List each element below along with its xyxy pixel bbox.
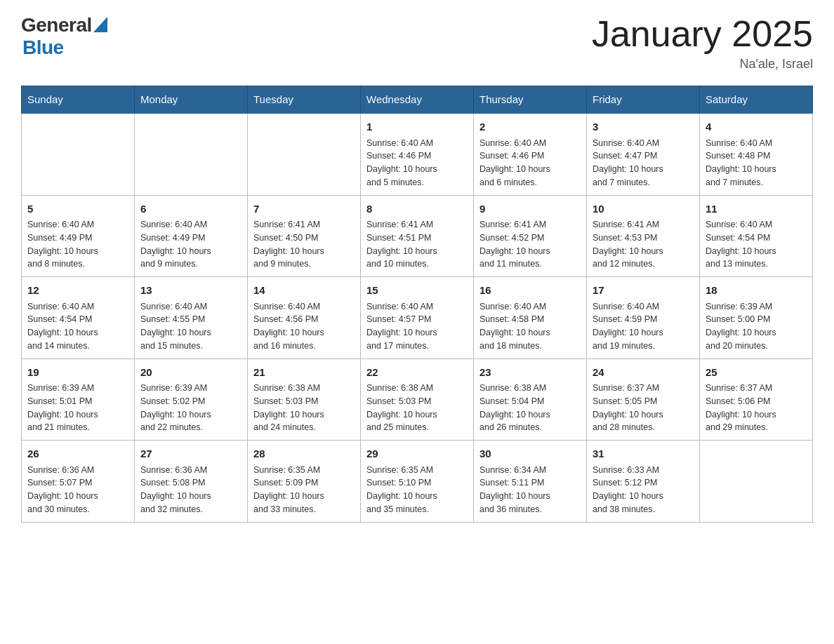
day-info-line: Sunrise: 6:35 AM xyxy=(366,464,468,477)
col-header-friday: Friday xyxy=(587,86,700,114)
day-info-line: Daylight: 10 hours xyxy=(593,245,694,258)
day-info-line: Sunset: 5:07 PM xyxy=(27,476,128,490)
day-info-line: and 6 minutes. xyxy=(479,176,581,189)
col-header-sunday: Sunday xyxy=(22,86,135,114)
day-info-line: Sunrise: 6:40 AM xyxy=(479,137,581,150)
day-info-line: Daylight: 10 hours xyxy=(479,490,581,503)
calendar-cell: 11Sunrise: 6:40 AMSunset: 4:54 PMDayligh… xyxy=(700,195,813,277)
day-info-line: Sunset: 5:09 PM xyxy=(253,476,355,490)
day-number: 1 xyxy=(366,119,468,135)
day-info-line: Sunset: 4:47 PM xyxy=(593,149,694,163)
day-info-line: Sunrise: 6:40 AM xyxy=(27,218,128,232)
calendar-cell: 6Sunrise: 6:40 AMSunset: 4:49 PMDaylight… xyxy=(135,195,248,277)
day-info-line: Daylight: 10 hours xyxy=(140,408,241,422)
calendar-cell xyxy=(135,113,248,195)
day-info-line: and 36 minutes. xyxy=(479,503,581,516)
day-info-line: and 5 minutes. xyxy=(366,176,468,189)
svg-marker-0 xyxy=(93,17,107,32)
day-info-line: Daylight: 10 hours xyxy=(593,408,694,422)
day-info-line: Daylight: 10 hours xyxy=(253,408,355,422)
day-info-line: Sunset: 5:03 PM xyxy=(253,395,355,408)
day-info-line: Sunset: 4:48 PM xyxy=(706,149,807,163)
day-info-line: Sunset: 4:56 PM xyxy=(253,313,355,326)
calendar-cell xyxy=(248,113,361,195)
day-info-line: and 33 minutes. xyxy=(253,503,355,516)
day-info-line: Sunset: 4:50 PM xyxy=(253,232,355,245)
day-info-line: Sunset: 4:46 PM xyxy=(366,149,468,163)
calendar-cell: 5Sunrise: 6:40 AMSunset: 4:49 PMDaylight… xyxy=(22,195,135,277)
day-number: 29 xyxy=(366,446,468,462)
day-info-line: Sunrise: 6:40 AM xyxy=(366,137,468,150)
title-block: January 2025 Na'ale, Israel xyxy=(592,14,813,72)
day-info-line: Daylight: 10 hours xyxy=(366,245,468,258)
day-number: 4 xyxy=(706,119,807,135)
day-info-line: Sunset: 5:08 PM xyxy=(140,476,241,490)
day-info-line: Daylight: 10 hours xyxy=(27,490,128,503)
calendar-cell: 7Sunrise: 6:41 AMSunset: 4:50 PMDaylight… xyxy=(248,195,361,277)
day-number: 13 xyxy=(140,283,241,299)
day-number: 15 xyxy=(366,283,468,299)
day-info-line: Sunrise: 6:40 AM xyxy=(140,300,241,314)
day-info-line: and 38 minutes. xyxy=(593,503,694,516)
col-header-monday: Monday xyxy=(135,86,248,114)
day-info-line: Daylight: 10 hours xyxy=(706,326,807,340)
day-info-line: Sunset: 5:04 PM xyxy=(479,395,581,408)
day-info-line: and 12 minutes. xyxy=(593,257,694,271)
calendar-cell: 8Sunrise: 6:41 AMSunset: 4:51 PMDaylight… xyxy=(361,195,474,277)
day-number: 9 xyxy=(479,201,581,217)
day-info-line: Sunset: 5:01 PM xyxy=(27,395,128,408)
calendar-week-row: 19Sunrise: 6:39 AMSunset: 5:01 PMDayligh… xyxy=(22,358,813,441)
day-info-line: and 8 minutes. xyxy=(27,257,128,271)
calendar-cell: 15Sunrise: 6:40 AMSunset: 4:57 PMDayligh… xyxy=(361,277,474,359)
calendar-cell: 24Sunrise: 6:37 AMSunset: 5:05 PMDayligh… xyxy=(587,358,700,441)
day-info-line: Sunrise: 6:40 AM xyxy=(593,300,694,314)
day-info-line: Daylight: 10 hours xyxy=(366,408,468,422)
day-info-line: Sunset: 5:12 PM xyxy=(593,476,694,490)
day-info-line: Sunrise: 6:33 AM xyxy=(593,464,694,477)
calendar-cell: 21Sunrise: 6:38 AMSunset: 5:03 PMDayligh… xyxy=(248,358,361,441)
calendar-cell: 28Sunrise: 6:35 AMSunset: 5:09 PMDayligh… xyxy=(248,441,361,523)
header: General Blue January 2025 Na'ale, Israel xyxy=(21,14,813,72)
day-info-line: Sunrise: 6:40 AM xyxy=(593,137,694,150)
day-info-line: Daylight: 10 hours xyxy=(593,163,694,176)
calendar-cell: 22Sunrise: 6:38 AMSunset: 5:03 PMDayligh… xyxy=(361,358,474,441)
day-info-line: Sunset: 4:49 PM xyxy=(140,232,241,245)
day-info-line: Daylight: 10 hours xyxy=(593,326,694,340)
day-info-line: and 24 minutes. xyxy=(253,421,355,434)
day-number: 14 xyxy=(253,283,355,299)
day-info-line: Daylight: 10 hours xyxy=(366,326,468,340)
day-info-line: Sunset: 4:51 PM xyxy=(366,232,468,245)
calendar-cell: 31Sunrise: 6:33 AMSunset: 5:12 PMDayligh… xyxy=(587,441,700,523)
day-info-line: Sunrise: 6:36 AM xyxy=(140,464,241,477)
day-number: 26 xyxy=(27,446,128,462)
calendar-cell: 16Sunrise: 6:40 AMSunset: 4:58 PMDayligh… xyxy=(474,277,587,359)
day-info-line: Sunrise: 6:41 AM xyxy=(593,218,694,232)
day-info-line: Daylight: 10 hours xyxy=(140,245,241,258)
day-info-line: Sunset: 5:10 PM xyxy=(366,476,468,490)
day-info-line: and 21 minutes. xyxy=(27,421,128,434)
day-info-line: and 11 minutes. xyxy=(479,257,581,271)
day-info-line: and 28 minutes. xyxy=(593,421,694,434)
day-number: 2 xyxy=(479,119,581,135)
day-info-line: Sunset: 5:03 PM xyxy=(366,395,468,408)
col-header-thursday: Thursday xyxy=(474,86,587,114)
day-number: 21 xyxy=(253,365,355,381)
day-number: 30 xyxy=(479,446,581,462)
day-info-line: Sunset: 5:05 PM xyxy=(593,395,694,408)
day-info-line: Sunrise: 6:38 AM xyxy=(366,382,468,395)
day-info-line: and 14 minutes. xyxy=(27,340,128,353)
day-info-line: and 13 minutes. xyxy=(706,257,807,271)
day-info-line: Daylight: 10 hours xyxy=(706,408,807,422)
day-info-line: Sunrise: 6:41 AM xyxy=(253,218,355,232)
day-number: 5 xyxy=(27,201,128,217)
calendar-cell: 26Sunrise: 6:36 AMSunset: 5:07 PMDayligh… xyxy=(22,441,135,523)
logo-triangle-icon xyxy=(93,17,107,32)
day-info-line: Sunrise: 6:40 AM xyxy=(27,300,128,314)
day-info-line: Sunset: 4:53 PM xyxy=(593,232,694,245)
day-info-line: Daylight: 10 hours xyxy=(366,163,468,176)
day-info-line: Sunrise: 6:38 AM xyxy=(253,382,355,395)
day-number: 3 xyxy=(593,119,694,135)
day-info-line: Sunrise: 6:41 AM xyxy=(479,218,581,232)
calendar-cell: 17Sunrise: 6:40 AMSunset: 4:59 PMDayligh… xyxy=(587,277,700,359)
calendar-cell: 30Sunrise: 6:34 AMSunset: 5:11 PMDayligh… xyxy=(474,441,587,523)
